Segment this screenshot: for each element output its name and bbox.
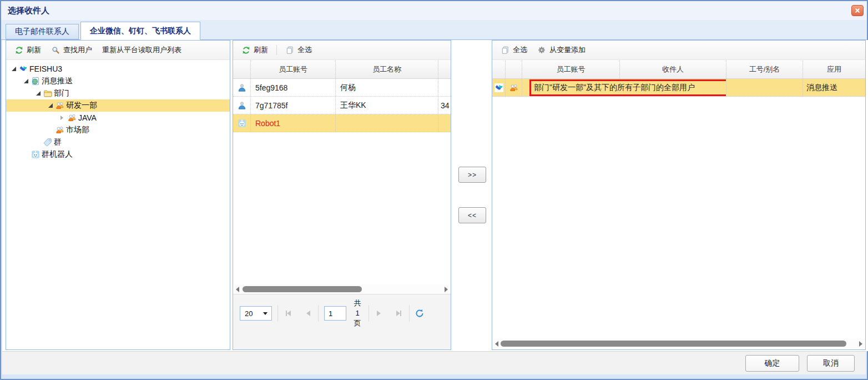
- cell-extra: 34: [438, 97, 451, 114]
- folder-icon: [43, 89, 52, 98]
- cancel-button[interactable]: 取消: [807, 355, 855, 372]
- next-page-button[interactable]: [375, 311, 383, 316]
- tab-email-contacts[interactable]: 电子邮件联系人: [6, 24, 79, 39]
- chevron-down-icon: [263, 312, 268, 315]
- reload-user-list-button[interactable]: 重新从平台读取用户列表: [97, 43, 186, 57]
- search-icon: [51, 46, 60, 54]
- add-to-recipients-button[interactable]: >>: [458, 167, 486, 183]
- employee-grid-header: 员工账号 员工名称: [233, 60, 451, 79]
- cell-name: [336, 114, 438, 132]
- table-row-selected[interactable]: Robot1: [233, 114, 451, 132]
- cell-account: Robot1: [251, 114, 336, 132]
- scroll-right-icon[interactable]: [857, 340, 865, 348]
- button-label: 全选: [297, 45, 312, 55]
- refresh-green-icon: [241, 46, 250, 54]
- robot-icon: [238, 119, 246, 128]
- recipients-toolbar: 全选 从变量添加: [492, 41, 865, 60]
- pager-separator: [409, 305, 410, 322]
- table-row[interactable]: 5feg9168 何杨: [233, 79, 451, 97]
- cell-account: 5feg9168: [251, 79, 336, 96]
- button-label: 刷新: [254, 45, 268, 55]
- refresh-green-icon: [14, 46, 23, 54]
- tree-node-rd-dept-1[interactable]: 研发一部: [6, 99, 230, 112]
- employee-grid-toolbar: 刷新 全选: [233, 41, 451, 60]
- header-icon-column: [233, 60, 251, 78]
- add-from-variable-button[interactable]: 从变量添加: [532, 43, 591, 57]
- tab-wecom-dingtalk-feishu-contacts[interactable]: 企业微信、钉钉、飞书联系人: [80, 22, 200, 40]
- tree-node-group-robot[interactable]: 群机器人: [6, 148, 230, 161]
- expand-icon[interactable]: [24, 79, 28, 83]
- tree-node-feishu3[interactable]: FEISHU3: [6, 63, 230, 75]
- close-icon[interactable]: [851, 5, 864, 16]
- dialog-footer: 确定 取消: [2, 351, 866, 374]
- last-page-button[interactable]: [394, 311, 403, 316]
- tree-node-message-push[interactable]: 消息推送: [6, 75, 230, 87]
- header-icon-column: [506, 60, 522, 78]
- tag-icon: [43, 138, 52, 147]
- person-icon: [238, 83, 246, 92]
- tree-node-label: 群机器人: [42, 149, 73, 159]
- recipient-text: 部门"研发一部"及其下的所有子部门的全部用户: [534, 83, 695, 93]
- recipients-panel: 全选 从变量添加 员工账号 收件人 工号/别名 应用: [492, 40, 866, 350]
- feishu-icon: [19, 64, 28, 73]
- scrollbar-track: [241, 286, 442, 292]
- dialog-titlebar: 选择收件人: [1, 1, 867, 20]
- tab-strip: 电子邮件联系人 企业微信、钉钉、飞书联系人: [1, 20, 867, 40]
- recipient-row-selected[interactable]: 部门"研发一部"及其下的所有子部门的全部用户 消息推送: [492, 79, 865, 97]
- expand-icon[interactable]: [36, 91, 41, 96]
- collapse-icon[interactable]: [60, 116, 63, 120]
- tree-node-label: FEISHU3: [29, 64, 62, 73]
- cell-extra: [438, 79, 451, 96]
- find-user-button[interactable]: 查找用户: [46, 43, 97, 57]
- refresh-button[interactable]: 刷新: [236, 43, 273, 57]
- page-number-input[interactable]: [324, 306, 346, 321]
- pager-refresh-icon[interactable]: [415, 309, 424, 318]
- dialog-title: 选择收件人: [8, 6, 49, 16]
- remove-from-recipients-button[interactable]: <<: [458, 207, 486, 223]
- people-icon: [509, 83, 518, 92]
- pager-separator: [318, 305, 319, 322]
- table-row[interactable]: 7g71785f 王华KK 34: [233, 97, 451, 114]
- tree-node-groups[interactable]: 群: [6, 136, 230, 148]
- org-tree: FEISHU3 消息推送 部门 研发一部: [6, 60, 230, 161]
- button-label: 从变量添加: [549, 45, 586, 55]
- ok-button[interactable]: 确定: [745, 355, 799, 372]
- cell-name: 何杨: [336, 79, 438, 96]
- cell-extra: [438, 114, 451, 132]
- pagination-bar: 20 共 1 页: [233, 294, 451, 349]
- scrollbar-thumb[interactable]: [243, 286, 362, 292]
- cell-recipient: 部门"研发一部"及其下的所有子部门的全部用户: [522, 79, 726, 96]
- header-recipient: 收件人: [620, 60, 726, 78]
- refresh-button[interactable]: 刷新: [9, 43, 46, 57]
- tree-node-label: 消息推送: [42, 76, 73, 86]
- people-icon: [68, 113, 77, 122]
- button-label: 全选: [513, 45, 527, 55]
- tree-node-java[interactable]: JAVA: [6, 112, 230, 124]
- select-all-button[interactable]: 全选: [496, 43, 532, 57]
- toolbar-separator: [276, 45, 277, 55]
- page-size-select[interactable]: 20: [240, 306, 272, 321]
- feishu-icon: [494, 83, 503, 92]
- scroll-left-icon[interactable]: [493, 340, 501, 348]
- header-app: 应用: [803, 60, 865, 78]
- tree-node-label: 群: [54, 137, 62, 147]
- first-page-button[interactable]: [284, 311, 293, 316]
- expand-icon[interactable]: [48, 103, 53, 108]
- cell-app: 消息推送: [803, 79, 865, 96]
- select-all-button[interactable]: 全选: [280, 43, 317, 57]
- scroll-right-icon[interactable]: [442, 286, 450, 293]
- scrollbar-thumb[interactable]: [501, 341, 846, 347]
- header-icon-column: [492, 60, 506, 78]
- tree-node-marketing-dept[interactable]: 市场部: [6, 124, 230, 136]
- expand-icon[interactable]: [12, 67, 16, 71]
- button-label: 刷新: [27, 45, 41, 55]
- tree-node-department[interactable]: 部门: [6, 87, 230, 99]
- tree-node-label: 部门: [54, 88, 69, 98]
- scroll-left-icon[interactable]: [234, 286, 241, 293]
- header-partial-column: [438, 60, 451, 78]
- people-icon: [55, 126, 64, 134]
- prev-page-button[interactable]: [304, 311, 312, 316]
- cell-alias: [726, 79, 803, 96]
- horizontal-scrollbar: [234, 284, 450, 294]
- tree-node-label: 市场部: [66, 125, 89, 135]
